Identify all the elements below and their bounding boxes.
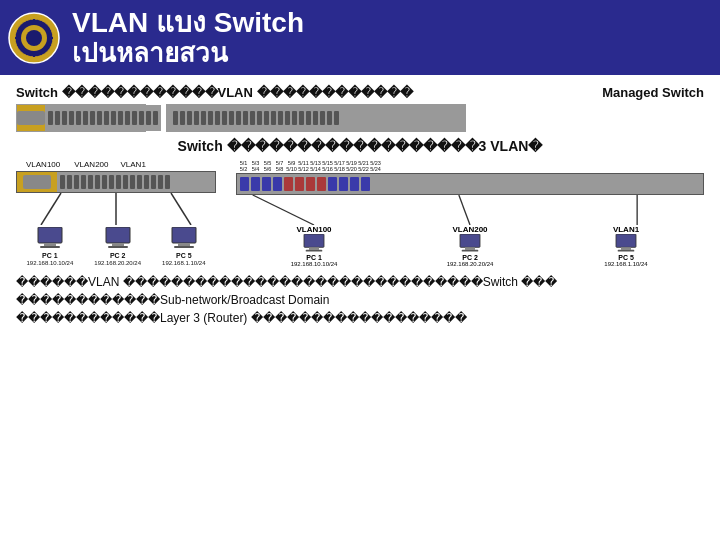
- port: [109, 175, 114, 189]
- port: [137, 175, 142, 189]
- title-block: VLAN แบง Switch เปนหลายสวน: [72, 8, 304, 67]
- svg-rect-27: [465, 248, 475, 251]
- svg-line-8: [41, 193, 61, 225]
- pc5-left-ip: 192.168.1.10/24: [162, 260, 205, 266]
- port: [187, 111, 192, 125]
- pc-icon: [170, 227, 198, 251]
- unmanaged-switch-image: [16, 104, 146, 132]
- desc-left: Switch ������������VLAN ������������: [16, 85, 413, 100]
- vlan200-pc-label: PC 2: [462, 254, 478, 261]
- port: [236, 111, 241, 125]
- subtitle: Switch ������������������3 VLAN�: [16, 138, 704, 154]
- port: [48, 111, 53, 125]
- port: [139, 111, 144, 125]
- port: [67, 175, 72, 189]
- desc-right: Managed Switch: [602, 85, 704, 100]
- svg-rect-30: [621, 248, 631, 251]
- description-row: Switch ������������VLAN ������������ Man…: [16, 85, 704, 100]
- switch-left-panel: [17, 105, 45, 131]
- bottom-text-1: ������VLAN �����������������������������…: [16, 275, 557, 289]
- svg-rect-12: [44, 243, 56, 246]
- port: [62, 111, 67, 125]
- port: [306, 177, 315, 191]
- pc2-left-ip: 192.168.20.20/24: [94, 260, 141, 266]
- vlan-groups-right: VLAN100 PC 1 192.168.10.10/24 VLAN200: [236, 225, 704, 267]
- port: [243, 111, 248, 125]
- port: [95, 175, 100, 189]
- port: [299, 111, 304, 125]
- port-labels: 5/15/2 5/35/4 5/55/6 5/75/8 5/95/10 5/11…: [236, 160, 704, 172]
- port: [284, 177, 293, 191]
- port: [257, 111, 262, 125]
- port: [180, 111, 185, 125]
- pc1-left-label: PC 1: [42, 252, 58, 259]
- port: [295, 177, 304, 191]
- port: [173, 111, 178, 125]
- port: [165, 175, 170, 189]
- vlan100-pc-ip: 192.168.10.10/24: [291, 261, 338, 267]
- port: [146, 111, 151, 125]
- vlan1-group: VLAN1 PC 5 192.168.1.10/24: [548, 225, 704, 267]
- svg-rect-15: [112, 243, 124, 246]
- port: [240, 177, 249, 191]
- pc2-left-label: PC 2: [110, 252, 126, 259]
- pc-item: PC 1 192.168.10.10/24: [27, 227, 74, 266]
- svg-rect-18: [178, 243, 190, 246]
- port: [250, 111, 255, 125]
- port: [76, 111, 81, 125]
- vlan100-pc-label: PC 1: [306, 254, 322, 261]
- pc-icon: [36, 227, 64, 251]
- port: [317, 177, 326, 191]
- svg-rect-16: [108, 246, 128, 248]
- svg-point-3: [26, 30, 42, 46]
- bottom-line1: ������VLAN �����������������������������…: [16, 273, 704, 291]
- vlan200-pc-ip: 192.168.20.20/24: [447, 261, 494, 267]
- pc-icon: [301, 234, 327, 254]
- port: [273, 177, 282, 191]
- port: [194, 111, 199, 125]
- port: [215, 111, 220, 125]
- vlan100-label: VLAN100: [26, 160, 60, 169]
- content-area: Switch ������������VLAN ������������ Man…: [0, 75, 720, 540]
- left-switch-box: [16, 171, 216, 193]
- pc-icon: [104, 227, 132, 251]
- pc-icon: [457, 234, 483, 254]
- port: [350, 177, 359, 191]
- panel-icon: [23, 175, 51, 189]
- vlan1-pc-ip: 192.168.1.10/24: [604, 261, 647, 267]
- left-connections-svg: [16, 193, 216, 225]
- vlan1-group-label: VLAN1: [613, 225, 639, 234]
- vlan200-group-label: VLAN200: [452, 225, 487, 234]
- bottom-text-area: ������VLAN �����������������������������…: [16, 273, 704, 327]
- switch-images-row: [16, 104, 704, 132]
- pc5-left-label: PC 5: [176, 252, 192, 259]
- bottom-line2: ������������Sub-network/Broadcast Domain: [16, 291, 704, 309]
- svg-rect-14: [106, 227, 130, 243]
- port: [251, 177, 260, 191]
- title-line2: เปนหลายสวน: [72, 39, 304, 68]
- port: [328, 177, 337, 191]
- pc-item: PC 2 192.168.20.20/24: [94, 227, 141, 266]
- port: [104, 111, 109, 125]
- port: [55, 111, 60, 125]
- svg-rect-31: [618, 250, 635, 252]
- svg-rect-25: [306, 250, 323, 252]
- port: [339, 177, 348, 191]
- port: [285, 111, 290, 125]
- port: [130, 175, 135, 189]
- left-switch-ports: [57, 172, 215, 192]
- port: [74, 175, 79, 189]
- switch-right-ports: [45, 105, 161, 131]
- pc-item: PC 5 192.168.1.10/24: [162, 227, 205, 266]
- port: [292, 111, 297, 125]
- port: [83, 111, 88, 125]
- svg-rect-23: [304, 234, 324, 247]
- port: [88, 175, 93, 189]
- port: [361, 177, 370, 191]
- vlan200-group: VLAN200 PC 2 192.168.20.20/24: [392, 225, 548, 267]
- diagram-area: VLAN100 VLAN200 VLAN1: [16, 160, 704, 267]
- svg-rect-28: [462, 250, 479, 252]
- port: [60, 175, 65, 189]
- pc-icon: [613, 234, 639, 254]
- vlan-labels-left: VLAN100 VLAN200 VLAN1: [16, 160, 226, 169]
